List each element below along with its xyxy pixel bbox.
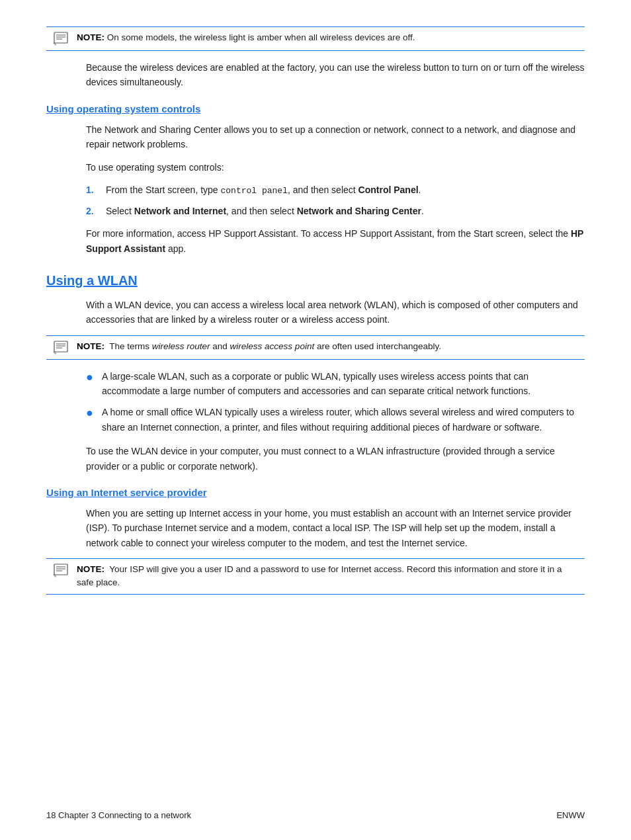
page-footer: 18 Chapter 3 Connecting to a network ENW… [46,810,585,820]
section3-para1: When you are setting up Internet access … [86,506,585,550]
note-1-label: NOTE: [77,32,105,42]
section1-para2: To use operating system controls: [86,160,585,175]
bullet-dot-1: ● [86,368,95,399]
step-2-text: Select Network and Internet, and then se… [106,204,585,218]
svg-text:✎: ✎ [53,351,57,355]
svg-text:✎: ✎ [53,42,57,46]
step-1-code: control panel [221,186,288,196]
note-icon-3: ✎ [53,564,71,578]
section2-para1: With a WLAN device, you can access a wir… [86,298,585,327]
section1-para3-before: For more information, access HP Support … [86,228,571,239]
step-2: 2. Select Network and Internet, and then… [86,204,585,218]
section1-steps: 1. From the Start screen, type control p… [86,183,585,218]
note-2-label: NOTE: [77,341,105,351]
note-2-text: NOTE: The terms wireless router and wire… [77,340,441,353]
note-3-text: NOTE: Your ISP will give you a user ID a… [77,563,578,590]
step-2-bold2: Network and Sharing Center [297,206,421,216]
step-1-num: 1. [86,183,98,198]
step-1-text: From the Start screen, type control pane… [106,183,585,198]
section2-para2: To use the WLAN device in your computer,… [86,444,585,474]
note-1-text: NOTE: On some models, the wireless light… [77,31,415,44]
note-1-content: On some models, the wireless light is am… [107,32,415,42]
step-1: 1. From the Start screen, type control p… [86,183,585,198]
note-icon-2: ✎ [53,341,71,355]
bullet-item-1: ● A large-scale WLAN, such as a corporat… [86,369,585,399]
section1-para3-after: app. [165,243,186,254]
note-icon-1: ✎ [53,32,71,46]
section1-heading: Using operating system controls [46,103,585,114]
step-2-bold1: Network and Internet [134,206,226,216]
note-box-2: ✎ NOTE: The terms wireless router and wi… [46,335,585,360]
section2-bullets: ● A large-scale WLAN, such as a corporat… [86,369,585,435]
section1-para1: The Network and Sharing Center allows yo… [86,122,585,152]
step-2-num: 2. [86,204,98,218]
footer-right: ENWW [556,810,585,820]
footer-left: 18 Chapter 3 Connecting to a network [46,810,191,820]
note-2-italic1: wireless router [152,341,210,351]
step-1-bold: Control Panel [358,185,419,195]
section1-para3: For more information, access HP Support … [86,226,585,256]
note-box-3: ✎ NOTE: Your ISP will give you a user ID… [46,558,585,595]
bullet-text-2: A home or small office WLAN typically us… [102,405,585,435]
note-2-italic2: wireless access point [230,341,315,351]
bullet-text-1: A large-scale WLAN, such as a corporate … [102,369,585,399]
svg-text:✎: ✎ [53,573,57,578]
section3-heading: Using an Internet service provider [46,487,585,498]
note-3-content: Your ISP will give you a user ID and a p… [77,564,562,587]
bullet-dot-2: ● [86,403,95,435]
note-3-label: NOTE: [77,564,105,574]
section2-heading: Using a WLAN [46,273,585,288]
note-box-1: ✎ NOTE: On some models, the wireless lig… [46,26,585,51]
intro-paragraph: Because the wireless devices are enabled… [86,60,585,90]
bullet-item-2: ● A home or small office WLAN typically … [86,405,585,435]
